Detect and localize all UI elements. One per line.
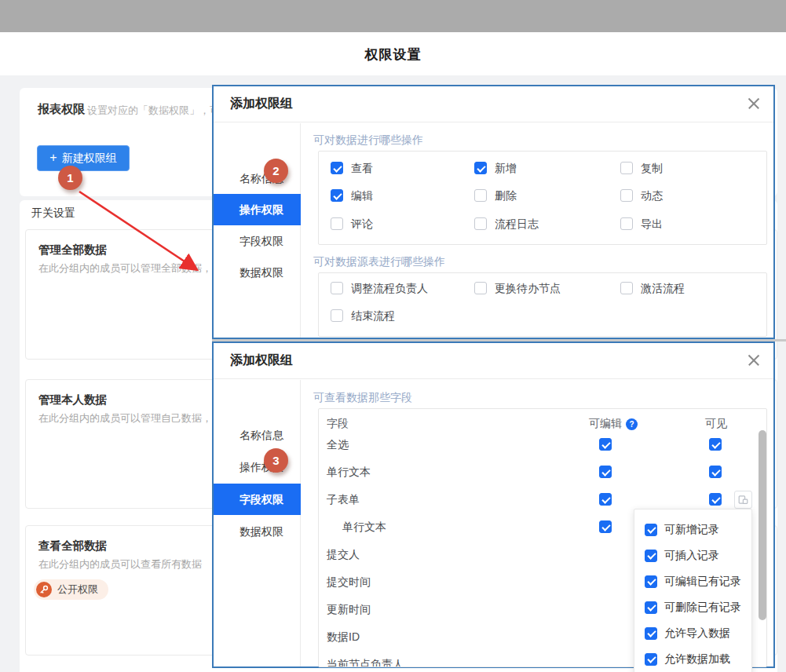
help-icon[interactable]: ? <box>626 418 638 430</box>
add-permission-group-modal-operation: 添加权限组 名称信息 操作权限 字段权限 数据权限 可对数据进行哪些操作 查看 … <box>212 85 775 339</box>
menu-item-label: 可插入记录 <box>664 549 719 563</box>
editable-checkbox[interactable] <box>599 438 612 451</box>
card-title: 管理全部数据 <box>38 243 107 257</box>
field-heading: 可查看数据那些字段 <box>313 391 412 405</box>
checkbox[interactable] <box>331 162 343 174</box>
checkbox[interactable] <box>331 282 343 294</box>
field-label: 单行文本 <box>342 520 386 535</box>
checkbox-label: 调整流程负责人 <box>351 282 428 294</box>
card-title: 查看全部数据 <box>38 539 107 553</box>
page-header: 权限设置 <box>0 32 786 75</box>
checkbox[interactable] <box>620 217 633 230</box>
tab-operation-permission[interactable]: 操作权限 <box>214 194 301 225</box>
menu-item[interactable]: 允许导入数据 <box>634 620 751 646</box>
checkbox-item[interactable]: 更换待办节点 <box>474 282 561 294</box>
field-label: 数据ID <box>327 630 360 645</box>
checkbox-item[interactable]: 删除 <box>474 189 517 202</box>
visible-checkbox[interactable] <box>709 438 722 451</box>
subform-settings-icon[interactable] <box>734 491 752 509</box>
subform-permission-menu: 可新增记录 可插入记录 可编辑已有记录 可删除已有记录 允许导入数据 允许数据加… <box>634 509 752 672</box>
menu-item-label: 可删除已有记录 <box>664 601 741 615</box>
checkbox-label: 编辑 <box>351 189 373 202</box>
field-label: 提交人 <box>327 548 360 562</box>
checkbox[interactable] <box>645 627 657 640</box>
card-title: 管理本人数据 <box>38 393 107 407</box>
checkbox-label: 动态 <box>641 189 663 202</box>
top-gray-bar <box>0 0 786 32</box>
checkbox-item[interactable]: 查看 <box>331 162 373 174</box>
checkbox[interactable] <box>645 575 657 588</box>
modal-title: 添加权限组 <box>230 352 293 369</box>
checkbox[interactable] <box>331 189 343 202</box>
field-label: 子表单 <box>327 493 360 507</box>
field-label: 当前节点负责人 <box>327 658 404 667</box>
checkbox-item[interactable]: 调整流程负责人 <box>331 282 428 294</box>
checkbox-item[interactable]: 动态 <box>620 189 663 202</box>
tab-field-permission[interactable]: 字段权限 <box>214 225 301 257</box>
menu-item-label: 允许导入数据 <box>664 626 730 641</box>
checkbox-item[interactable]: 新增 <box>474 162 517 174</box>
column-editable: 可编辑 ? <box>589 417 638 431</box>
checkbox[interactable] <box>645 524 657 536</box>
tab-data-permission[interactable]: 数据权限 <box>214 516 301 547</box>
checkbox-label: 新增 <box>495 162 517 174</box>
checkbox[interactable] <box>474 217 487 230</box>
tab-operation-permission[interactable]: 操作权限 <box>214 451 301 483</box>
checkbox-label: 流程日志 <box>495 217 539 230</box>
table-row: 单行文本 <box>319 458 766 486</box>
visible-checkbox[interactable] <box>709 493 722 506</box>
checkbox-label: 复制 <box>641 162 663 174</box>
checkbox-item[interactable]: 激活流程 <box>620 282 685 294</box>
checkbox[interactable] <box>474 162 487 174</box>
new-permission-group-button[interactable]: + 新建权限组 <box>37 145 130 171</box>
editable-checkbox[interactable] <box>599 466 612 478</box>
modal-header: 添加权限组 <box>214 86 773 122</box>
tab-name-info[interactable]: 名称信息 <box>214 419 301 451</box>
tab-field-permission[interactable]: 字段权限 <box>214 484 301 515</box>
checkbox-label: 删除 <box>495 189 517 202</box>
checkbox-item[interactable]: 结束流程 <box>331 309 395 322</box>
modal-header: 添加权限组 <box>214 343 773 379</box>
switch-settings-title: 开关设置 <box>31 206 75 221</box>
field-label: 单行文本 <box>327 466 371 480</box>
card-description: 在此分组内的成员可以管理全部数据，并拥 <box>38 261 232 276</box>
checkbox-label: 查看 <box>351 162 373 174</box>
checkbox-item[interactable]: 流程日志 <box>474 217 539 230</box>
close-icon[interactable] <box>746 352 762 368</box>
checkbox-item[interactable]: 复制 <box>620 162 663 174</box>
checkbox-item[interactable]: 导出 <box>620 217 663 230</box>
menu-item-label: 可新增记录 <box>664 523 719 537</box>
tab-data-permission[interactable]: 数据权限 <box>214 257 301 288</box>
menu-item[interactable]: 可新增记录 <box>634 517 751 542</box>
checkbox-label: 结束流程 <box>351 309 395 322</box>
checkbox[interactable] <box>331 309 343 322</box>
public-permission-badge: 公开权限 <box>34 579 108 600</box>
public-permission-label: 公开权限 <box>57 583 98 597</box>
menu-item[interactable]: 可插入记录 <box>634 542 751 568</box>
checkbox[interactable] <box>645 550 657 562</box>
checkbox[interactable] <box>620 162 633 174</box>
close-icon[interactable] <box>746 96 762 111</box>
checkbox[interactable] <box>331 217 343 230</box>
checkbox[interactable] <box>474 189 487 202</box>
checkbox-item[interactable]: 编辑 <box>331 189 373 202</box>
checkbox[interactable] <box>620 282 633 294</box>
menu-item[interactable]: 可编辑已有记录 <box>634 568 751 594</box>
table-row: 全选 <box>319 431 766 458</box>
menu-item[interactable]: 可删除已有记录 <box>634 594 751 620</box>
step-badge-1: 1 <box>58 166 82 190</box>
table-scrollbar-thumb[interactable] <box>759 430 766 620</box>
editable-checkbox[interactable] <box>599 520 612 533</box>
menu-item[interactable]: 允许数据加载 <box>634 646 751 672</box>
menu-item-label: 可编辑已有记录 <box>664 575 741 589</box>
editable-checkbox[interactable] <box>599 493 612 506</box>
checkbox[interactable] <box>474 282 487 294</box>
checkbox[interactable] <box>645 653 657 666</box>
checkbox[interactable] <box>620 189 633 202</box>
column-visible: 可见 <box>705 417 727 431</box>
step-badge-2: 2 <box>264 159 288 183</box>
visible-checkbox[interactable] <box>709 466 722 478</box>
checkbox-item[interactable]: 评论 <box>331 217 373 230</box>
checkbox[interactable] <box>645 601 657 614</box>
source-ops-heading: 可对数据源表进行哪些操作 <box>313 255 445 269</box>
